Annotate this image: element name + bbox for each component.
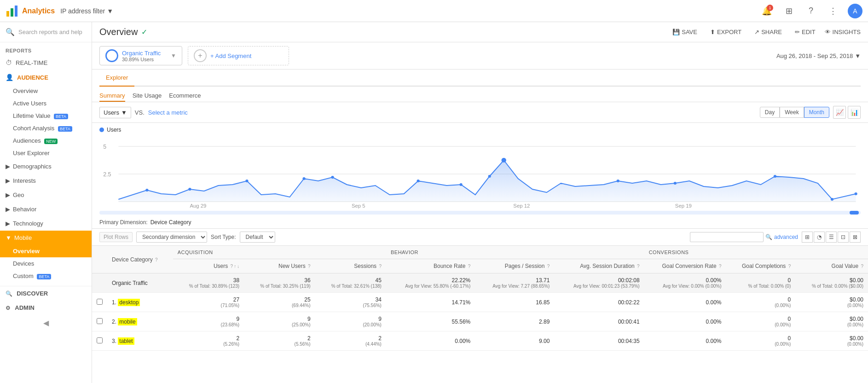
nav-sub-active-users[interactable]: Active Users bbox=[0, 97, 92, 110]
nav-section-mobile[interactable]: ▼ Mobile bbox=[0, 231, 92, 245]
nav-sub-lifetime-value[interactable]: Lifetime Value BETA bbox=[0, 110, 92, 122]
period-day-button[interactable]: Day bbox=[760, 107, 780, 118]
svg-point-22 bbox=[617, 180, 619, 182]
nav-sub-user-explorer[interactable]: User Explorer bbox=[0, 147, 92, 159]
table-row: 2. mobile 9 (23.68%) 9 (25.00%) 9 (20.00… bbox=[92, 312, 868, 331]
nav-sub-custom[interactable]: Custom BETA bbox=[0, 270, 92, 282]
duration-help-icon[interactable]: ? bbox=[637, 264, 640, 269]
sessions-help-icon[interactable]: ? bbox=[379, 264, 382, 269]
line-chart-button[interactable]: 📈 bbox=[833, 106, 846, 119]
nav-discover[interactable]: 🔍 DISCOVER bbox=[0, 286, 92, 301]
more-button[interactable]: ⋮ bbox=[826, 4, 840, 18]
nav-section-interests[interactable]: ▶ Interests bbox=[0, 174, 92, 188]
nav-sub-overview[interactable]: Overview bbox=[0, 85, 92, 97]
nav-section-geo[interactable]: ▶ Geo bbox=[0, 188, 92, 202]
device-help-icon[interactable]: ? bbox=[155, 257, 158, 262]
share-button[interactable]: ↗ SHARE bbox=[751, 27, 786, 37]
row2-users: 9 (23.68%) bbox=[173, 312, 244, 331]
row1-pages: 16.85 bbox=[475, 293, 554, 312]
segment-users: 30.89% Users bbox=[122, 57, 167, 62]
bounce-help-icon[interactable]: ? bbox=[468, 264, 471, 269]
primary-dimension-row: Primary Dimension: Device Category bbox=[92, 216, 868, 229]
export-icon: ⬆ bbox=[710, 29, 715, 35]
behavior-chevron-icon: ▶ bbox=[6, 206, 10, 213]
nav-sub-mobile-overview[interactable]: Overview bbox=[0, 245, 92, 257]
nav-section-technology[interactable]: ▶ Technology bbox=[0, 216, 92, 231]
custom-beta-badge: BETA bbox=[37, 274, 51, 279]
date-range-picker[interactable]: Aug 26, 2018 - Sep 25, 2018 ▼ bbox=[776, 52, 861, 59]
notifications-button[interactable]: 🔔 1 bbox=[759, 4, 774, 18]
segment-pill-organic[interactable]: Organic Traffic 30.89% Users ▼ bbox=[99, 46, 182, 65]
goal-comp-help-icon[interactable]: ? bbox=[788, 264, 791, 269]
sidebar-search-area[interactable]: 🔍 Search reports and help bbox=[0, 22, 92, 42]
table-pie-button[interactable]: ◔ bbox=[814, 232, 825, 243]
table-controls: Plot Rows Secondary dimension Sort Type:… bbox=[92, 229, 868, 246]
nav-sub-cohort[interactable]: Cohort Analysis BETA bbox=[0, 122, 92, 134]
sidebar-expand-arrow[interactable]: ◀ bbox=[0, 315, 92, 331]
row2-check[interactable] bbox=[92, 312, 107, 331]
period-week-button[interactable]: Week bbox=[780, 107, 804, 118]
users-help-icon[interactable]: ? bbox=[231, 264, 233, 269]
nav-item-realtime[interactable]: ⏱ REAL-TIME bbox=[0, 55, 92, 70]
select-metric-link[interactable]: Select a metric bbox=[148, 109, 188, 116]
pages-help-icon[interactable]: ? bbox=[547, 264, 550, 269]
default-sort-select[interactable]: Default bbox=[240, 232, 275, 243]
table-pivot-button[interactable]: ⊠ bbox=[850, 232, 861, 243]
share-label: SHARE bbox=[761, 29, 782, 35]
advanced-link[interactable]: advanced bbox=[774, 234, 798, 240]
nav-section-demographics[interactable]: ▶ Demographics bbox=[0, 159, 92, 174]
edit-button[interactable]: ✏ EDIT bbox=[791, 27, 819, 37]
row1-checkbox[interactable] bbox=[97, 299, 103, 305]
chart-scroll-handle[interactable] bbox=[850, 211, 859, 215]
audience-icon: 👤 bbox=[6, 74, 13, 81]
help-button[interactable]: ? bbox=[804, 4, 818, 18]
nav-section-behavior[interactable]: ▶ Behavior bbox=[0, 202, 92, 216]
date-range-label: Aug 26, 2018 - Sep 25, 2018 bbox=[776, 52, 853, 59]
metric-label: Users bbox=[104, 109, 119, 116]
sub-tab-summary[interactable]: Summary bbox=[99, 90, 125, 102]
table-search-icon[interactable]: 🔍 bbox=[765, 234, 772, 240]
tab-explorer[interactable]: Explorer bbox=[99, 70, 134, 87]
chart-scrollbar[interactable] bbox=[99, 211, 861, 215]
metric-select[interactable]: Users ▼ bbox=[99, 107, 131, 118]
period-month-button[interactable]: Month bbox=[804, 107, 829, 118]
total-sessions: 45 % of Total: 32.61% (138) bbox=[315, 273, 386, 293]
overview-header: Overview ✓ 💾 SAVE ⬆ EXPORT ↗ SHARE ✏ EDI… bbox=[92, 22, 868, 42]
nav-sub-audiences[interactable]: Audiences NEW bbox=[0, 134, 92, 147]
nav-sub-devices[interactable]: Devices bbox=[0, 257, 92, 270]
secondary-dimension-select[interactable]: Secondary dimension bbox=[136, 232, 207, 243]
row2-goal-comp: 0 (0.00%) bbox=[726, 312, 795, 331]
explorer-tab-row: Explorer bbox=[99, 70, 861, 87]
table-section: Primary Dimension: Device Category Plot … bbox=[92, 216, 868, 383]
export-button[interactable]: ⬆ EXPORT bbox=[706, 27, 745, 37]
sub-tab-ecommerce[interactable]: Ecommerce bbox=[169, 90, 201, 102]
plot-rows-button[interactable]: Plot Rows bbox=[99, 232, 133, 242]
add-segment-pill[interactable]: + + Add Segment bbox=[188, 46, 289, 65]
data-table: Device Category ? Acquisition Behavior C… bbox=[92, 246, 868, 351]
goal-conv-help-icon[interactable]: ? bbox=[719, 264, 722, 269]
svg-point-19 bbox=[460, 183, 463, 186]
goal-value-help-icon[interactable]: ? bbox=[861, 264, 863, 269]
user-avatar[interactable]: A bbox=[848, 4, 862, 18]
table-compare-button[interactable]: ⊡ bbox=[838, 232, 849, 243]
apps-button[interactable]: ⊞ bbox=[781, 4, 796, 18]
insights-button[interactable]: 👁 INSIGHTS bbox=[825, 29, 861, 35]
table-list-button[interactable]: ☰ bbox=[826, 232, 837, 243]
nav-item-audience[interactable]: 👤 AUDIENCE bbox=[0, 70, 92, 85]
table-grid-button[interactable]: ⊞ bbox=[802, 232, 813, 243]
bar-chart-button[interactable]: 📊 bbox=[848, 106, 861, 119]
row2-goal-conv: 0.00% bbox=[644, 312, 726, 331]
save-button[interactable]: 💾 SAVE bbox=[669, 27, 701, 37]
col-header-users: Users ?↑↓ bbox=[173, 259, 244, 273]
row1-new-users: 25 (69.44%) bbox=[244, 293, 315, 312]
row2-checkbox[interactable] bbox=[97, 318, 103, 324]
filter-button[interactable]: IP address filter ▼ bbox=[60, 7, 113, 15]
row1-check[interactable] bbox=[92, 293, 107, 312]
table-search-input[interactable] bbox=[690, 232, 764, 242]
sub-tab-site-usage[interactable]: Site Usage bbox=[133, 90, 162, 102]
row3-check[interactable] bbox=[92, 331, 107, 351]
nav-admin[interactable]: ⚙ ADMIN bbox=[0, 301, 92, 315]
row3-checkbox[interactable] bbox=[97, 337, 103, 343]
save-label: SAVE bbox=[682, 29, 697, 35]
new-users-help-icon[interactable]: ? bbox=[308, 264, 311, 269]
